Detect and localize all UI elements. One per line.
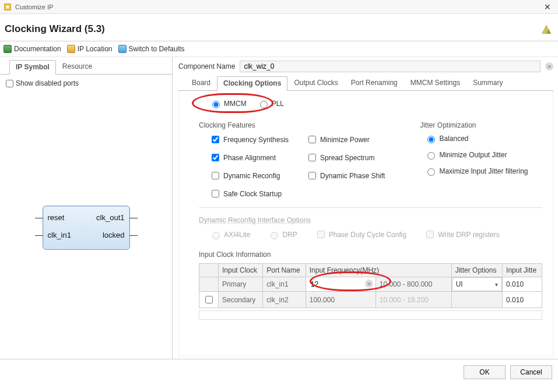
component-name-label: Component Name bbox=[178, 62, 235, 70]
ok-button[interactable]: OK bbox=[464, 365, 506, 379]
switch-defaults-link[interactable]: Switch to Defaults bbox=[118, 45, 185, 53]
primary-jitter-value[interactable]: 0.010 bbox=[503, 277, 542, 292]
primitive-mmcm-radio[interactable]: MMCM bbox=[209, 99, 247, 108]
secondary-jitter-options bbox=[451, 292, 502, 308]
show-disabled-ports-input[interactable] bbox=[6, 80, 13, 87]
book-icon bbox=[3, 45, 12, 53]
col-port-name: Port Name bbox=[263, 264, 306, 277]
dynamic-reconfig-checkbox[interactable]: Dynamic Reconfig bbox=[209, 170, 289, 181]
ip-location-link[interactable]: IP Location bbox=[67, 45, 113, 53]
port-locked: locked bbox=[103, 231, 125, 239]
switch-defaults-label: Switch to Defaults bbox=[129, 45, 185, 53]
jitter-max-input-radio[interactable]: Maximize Input Jitter filtering bbox=[424, 167, 528, 176]
clear-freq-icon[interactable]: ✕ bbox=[365, 280, 373, 288]
clear-component-name-icon[interactable]: ✕ bbox=[545, 62, 553, 70]
refresh-icon bbox=[118, 45, 127, 53]
secondary-range: 10.000 - 19.200 bbox=[375, 292, 451, 308]
horizontal-scrollbar[interactable] bbox=[199, 310, 542, 320]
spread-spectrum-checkbox[interactable]: Spread Spectrum bbox=[306, 152, 385, 163]
col-jitter-options: Jitter Options bbox=[451, 264, 502, 277]
primitive-pll-radio[interactable]: PLL bbox=[257, 99, 284, 108]
col-input-jitter: Input Jitte bbox=[503, 264, 542, 277]
tab-clocking-options[interactable]: Clocking Options bbox=[217, 76, 287, 91]
documentation-label: Documentation bbox=[14, 45, 61, 53]
primary-jitter-options-dropdown[interactable]: UI ▾ bbox=[452, 277, 502, 291]
jitter-balanced-radio[interactable]: Balanced bbox=[424, 134, 528, 143]
safe-clock-startup-checkbox[interactable]: Safe Clock Startup bbox=[209, 188, 289, 199]
tab-summary[interactable]: Summary bbox=[466, 76, 509, 90]
port-reset: reset bbox=[48, 213, 65, 222]
primary-freq-input[interactable] bbox=[310, 280, 372, 289]
close-icon[interactable]: ✕ bbox=[541, 2, 555, 12]
page-title: Clocking Wizard (5.3) bbox=[5, 23, 539, 35]
tab-board[interactable]: Board bbox=[185, 76, 217, 90]
show-disabled-ports-checkbox[interactable]: Show disabled ports bbox=[6, 79, 79, 87]
secondary-port: clk_in2 bbox=[263, 292, 306, 308]
show-disabled-ports-label: Show disabled ports bbox=[16, 79, 79, 87]
col-input-clock: Input Clock bbox=[219, 264, 263, 277]
input-clock-info-title: Input Clock Information bbox=[199, 250, 542, 259]
input-clock-table: Input Clock Port Name Input Frequency(MH… bbox=[199, 263, 542, 308]
phase-alignment-checkbox[interactable]: Phase Alignment bbox=[209, 152, 289, 163]
folder-icon bbox=[67, 45, 75, 53]
primary-range: 10.000 - 800.000 bbox=[375, 277, 451, 292]
port-clk-in1: clk_in1 bbox=[48, 231, 71, 239]
phase-duty-checkbox: Phase Duty Cycle Config bbox=[315, 229, 406, 240]
svg-rect-1 bbox=[6, 5, 9, 8]
tab-port-renaming[interactable]: Port Renaming bbox=[345, 76, 404, 90]
port-clk-out1: clk_out1 bbox=[96, 213, 124, 222]
secondary-enable-checkbox[interactable] bbox=[199, 292, 219, 308]
primitive-pll-input[interactable] bbox=[260, 101, 268, 108]
tab-ip-symbol[interactable]: IP Symbol bbox=[9, 60, 56, 75]
secondary-freq: 100.000 bbox=[306, 292, 375, 308]
dynamic-reconfig-title: Dynamic Reconfig Interface Options bbox=[199, 216, 542, 224]
clocking-features-title: Clocking Features bbox=[199, 121, 385, 129]
dynamic-phase-shift-checkbox[interactable]: Dynamic Phase Shift bbox=[306, 170, 385, 181]
ip-block-diagram: reset clk_in1 clk_out1 locked bbox=[43, 206, 130, 250]
write-drp-checkbox: Write DRP registers bbox=[424, 229, 500, 240]
table-row-primary: Primary clk_in1 ✕ 10.000 - 800.000 UI ▾ … bbox=[199, 277, 542, 292]
cancel-button[interactable]: Cancel bbox=[510, 365, 552, 379]
chevron-down-icon: ▾ bbox=[493, 281, 498, 288]
secondary-name: Secondary bbox=[219, 292, 263, 308]
tab-output-clocks[interactable]: Output Clocks bbox=[287, 76, 344, 90]
ip-location-label: IP Location bbox=[78, 45, 113, 53]
tab-resource[interactable]: Resource bbox=[56, 59, 99, 74]
vendor-logo bbox=[539, 22, 553, 36]
primary-enable-lock bbox=[199, 277, 219, 292]
axi4lite-radio: AXI4Lite bbox=[209, 230, 250, 239]
documentation-link[interactable]: Documentation bbox=[3, 45, 61, 53]
secondary-jitter-value: 0.010 bbox=[503, 292, 542, 308]
primary-port: clk_in1 bbox=[263, 277, 306, 292]
jitter-optimization-title: Jitter Optimization bbox=[420, 121, 528, 129]
primary-name: Primary bbox=[219, 277, 263, 292]
jitter-min-output-radio[interactable]: Minimize Output Jitter bbox=[424, 150, 528, 160]
table-row-secondary: Secondary clk_in2 100.000 10.000 - 19.20… bbox=[199, 292, 542, 308]
drp-radio: DRP bbox=[268, 230, 297, 239]
primitive-mmcm-input[interactable] bbox=[212, 101, 220, 108]
primitive-mmcm-label: MMCM bbox=[224, 100, 247, 108]
app-icon bbox=[3, 3, 12, 11]
freq-synthesis-checkbox[interactable]: Frequency Synthesis bbox=[209, 134, 289, 145]
primitive-pll-label: PLL bbox=[272, 100, 284, 108]
component-name-input[interactable] bbox=[240, 61, 541, 72]
window-title: Customize IP bbox=[15, 3, 541, 10]
minimize-power-checkbox[interactable]: Minimize Power bbox=[306, 134, 385, 145]
col-input-freq: Input Frequency(MHz) bbox=[306, 264, 451, 277]
tab-mmcm-settings[interactable]: MMCM Settings bbox=[404, 76, 466, 90]
col-enable bbox=[199, 264, 219, 277]
